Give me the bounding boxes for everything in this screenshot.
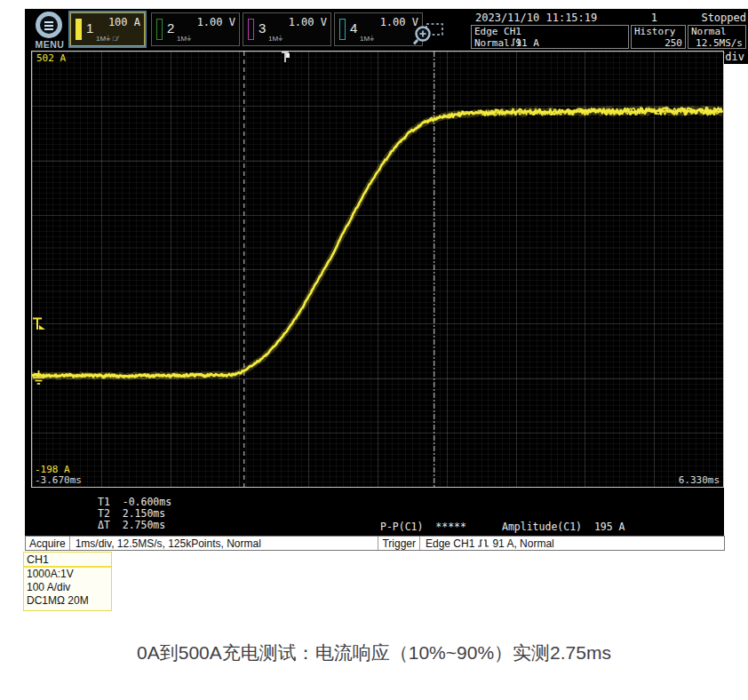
zoom-tool-button[interactable] bbox=[409, 21, 446, 46]
sampling-rate: 12.5MS/s bbox=[696, 37, 743, 49]
trigger-level-marker[interactable] bbox=[32, 317, 47, 336]
history-panel[interactable]: History 250 bbox=[631, 25, 686, 49]
sampling-mode: Normal bbox=[691, 26, 727, 37]
trigger-position-marker[interactable] bbox=[281, 52, 291, 68]
trigger-section-label[interactable]: Trigger bbox=[378, 537, 420, 550]
ch1-probe-ratio: 1000A:1V bbox=[24, 568, 111, 581]
channel-1-color-bar bbox=[76, 19, 82, 40]
trigger-mode: Edge CH1 bbox=[474, 26, 521, 37]
history-value: 250 bbox=[664, 37, 682, 49]
ch1-coupling: DC1MΩ 20M bbox=[24, 594, 111, 608]
channel-4-color-bar bbox=[339, 19, 346, 40]
channel-2-number: 2 bbox=[167, 20, 174, 36]
history-label: History bbox=[634, 26, 675, 37]
cursor-dt-readout: ΔT 2.750ms bbox=[98, 519, 165, 531]
ch1-waveform-trace bbox=[32, 107, 722, 378]
graticule: 502 A -198 A -3.670ms 6.330ms bbox=[31, 51, 724, 488]
channel-1-number: 1 bbox=[86, 20, 93, 36]
channel-3-color-bar bbox=[248, 19, 254, 40]
waveform-canvas bbox=[32, 52, 723, 487]
ch1-info-box[interactable]: CH1 1000A:1V 100 A/div DC1MΩ 20M bbox=[23, 552, 112, 611]
channel-3-number: 3 bbox=[259, 20, 266, 36]
menu-label: MENU bbox=[30, 39, 69, 50]
channel-2-button[interactable]: 2 1.00 V 1M⏚ bbox=[151, 12, 240, 46]
sampling-panel[interactable]: Normal 12.5MS/s bbox=[688, 25, 746, 49]
trigger-settings-panel[interactable]: Edge CH1 Normal 91 A bbox=[471, 25, 629, 49]
time-right-label: 6.330ms bbox=[679, 474, 720, 486]
acquisition-count: 1 bbox=[613, 12, 657, 24]
channel-1-button[interactable]: 1 100 A 1M⏚ □∕ bbox=[70, 12, 145, 46]
ch1-info-title: CH1 bbox=[24, 553, 111, 566]
pp-measurement: P-P(C1) ***** bbox=[380, 521, 466, 533]
menu-button[interactable]: MENU bbox=[30, 11, 69, 50]
run-state: Stopped bbox=[673, 12, 746, 24]
channel-3-button[interactable]: 3 1.00 V 1M⏚ bbox=[243, 12, 331, 46]
acquire-section-label[interactable]: Acquire bbox=[26, 537, 70, 550]
page: MENU 1 100 A 1M⏚ □∕ 2 1.00 V 1M⏚ 3 1.00 … bbox=[0, 0, 748, 700]
datetime: 2023/11/10 11:15:19 bbox=[475, 12, 597, 24]
trigger-level: Normal 91 A bbox=[474, 37, 539, 49]
top-scale-label: 502 A bbox=[36, 52, 66, 64]
trigger-settings[interactable]: Edge CH191 A, Normal bbox=[420, 537, 724, 550]
channel-2-color-bar bbox=[156, 19, 163, 40]
edge-slope-icon bbox=[477, 538, 489, 548]
amplitude-measurement: Amplitude(C1) 195 A bbox=[502, 521, 625, 533]
channel-1-impedance-icon: 1M⏚ □∕ bbox=[96, 35, 118, 44]
acquire-settings[interactable]: 1ms/div, 12.5MS/s, 125kPoints, Normal bbox=[70, 537, 267, 550]
menu-icon bbox=[36, 12, 62, 38]
magnifier-icon bbox=[409, 21, 446, 46]
channel-3-scale: 1.00 V bbox=[289, 16, 327, 28]
channel-4-impedance-icon: 1M⏚ bbox=[360, 35, 375, 44]
status-bar: Acquire 1ms/div, 12.5MS/s, 125kPoints, N… bbox=[25, 536, 725, 551]
channel-2-scale: 1.00 V bbox=[197, 16, 235, 28]
channel-2-impedance-icon: 1M⏚ bbox=[177, 35, 192, 44]
ground-reference-marker[interactable] bbox=[31, 370, 46, 391]
channel-3-impedance-icon: 1M⏚ bbox=[268, 35, 283, 44]
cursor-t1-readout: T1 -0.600ms bbox=[98, 496, 171, 508]
channel-1-scale: 100 A bbox=[108, 16, 140, 28]
channel-4-number: 4 bbox=[350, 20, 357, 36]
caption: 0A到500A充电测试：电流响应（10%~90%）实测2.75ms bbox=[0, 640, 748, 665]
time-left-label: -3.670ms bbox=[35, 474, 82, 486]
ch1-vertical-scale: 100 A/div bbox=[24, 581, 111, 594]
cursor-t2-readout: T2 2.150ms bbox=[98, 507, 165, 520]
cursor-lines[interactable] bbox=[244, 52, 434, 487]
